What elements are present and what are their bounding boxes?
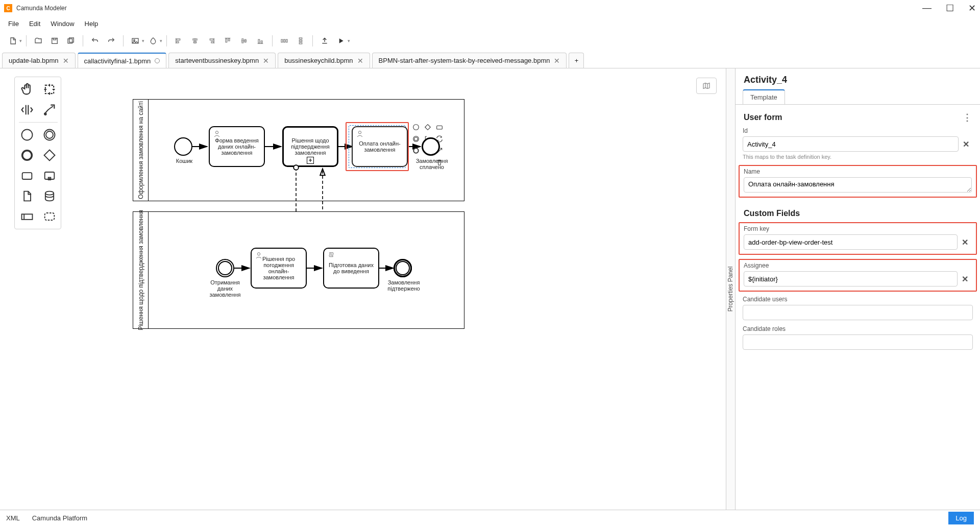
status-platform[interactable]: Camunda Platform: [32, 514, 87, 522]
window-title: Camunda Modeler: [16, 5, 67, 12]
canvas[interactable]: Оформлення замовлення на сайті Кошик Фор…: [0, 68, 726, 510]
svg-rect-28: [299, 40, 302, 42]
task-prepare-output[interactable]: Підготовка даних до виведення: [323, 248, 379, 289]
cp-task-icon[interactable]: [434, 122, 445, 132]
align-center-h-icon[interactable]: [187, 33, 203, 49]
color-caret-icon[interactable]: ▾: [160, 38, 162, 43]
close-icon[interactable]: ✕: [357, 57, 363, 65]
field-name: Name: [739, 165, 977, 198]
user-task-icon: [213, 130, 221, 138]
start-event-icon[interactable]: [17, 126, 37, 144]
save-all-icon[interactable]: [63, 33, 79, 49]
run-icon[interactable]: [333, 33, 349, 49]
tab-starteventbussineskey[interactable]: starteventbussineskey.bpmn✕: [168, 53, 276, 68]
svg-rect-57: [437, 126, 443, 129]
align-left-icon[interactable]: [171, 33, 186, 49]
candidate-roles-input[interactable]: [743, 334, 973, 350]
form-key-input[interactable]: [744, 234, 958, 250]
task-form-input[interactable]: Форма введення даних онлайн-замовлення: [209, 126, 265, 167]
group-icon[interactable]: [39, 207, 60, 226]
distribute-h-icon[interactable]: [277, 33, 292, 49]
tab-bussineskeychild[interactable]: bussineskeychild.bpmn✕: [278, 53, 370, 68]
task-decision-confirm[interactable]: Рішення щодо підтвердження замовлення +: [282, 126, 338, 167]
properties-panel: Activity_4 Template User form ⋮ Id ✕ Thi…: [735, 68, 980, 510]
cp-intermediate-icon[interactable]: [411, 134, 421, 144]
redo-icon[interactable]: [104, 33, 119, 49]
svg-point-44: [45, 192, 54, 195]
status-bar: XML Camunda Platform Log: [0, 510, 980, 526]
align-top-icon[interactable]: [220, 33, 235, 49]
field-candidate-users: Candidate users: [736, 296, 980, 325]
maximize-button[interactable]: ☐: [946, 3, 954, 14]
menu-edit[interactable]: Edit: [24, 18, 45, 30]
clear-icon[interactable]: ✕: [959, 139, 973, 149]
hand-tool-icon[interactable]: [17, 80, 37, 99]
global-connect-tool-icon[interactable]: [39, 101, 60, 119]
gateway-icon[interactable]: [39, 146, 60, 164]
pool-1[interactable]: Оформлення замовлення на сайті Кошик Фор…: [133, 99, 464, 201]
participant-icon[interactable]: [17, 207, 37, 226]
data-store-icon[interactable]: [39, 187, 60, 205]
close-button[interactable]: ✕: [968, 3, 976, 14]
cp-start-event-icon[interactable]: [411, 122, 421, 132]
more-icon[interactable]: ⋮: [963, 112, 972, 123]
data-object-icon[interactable]: [17, 187, 37, 205]
task-payment[interactable]: Оплата онлайн-замовлення: [352, 126, 408, 167]
close-icon[interactable]: ✕: [63, 57, 69, 65]
align-center-v-icon[interactable]: [236, 33, 252, 49]
minimize-button[interactable]: —: [922, 3, 932, 14]
new-file-caret-icon[interactable]: ▾: [19, 38, 22, 43]
pool-2[interactable]: Рішення щодо підтвердження замовлення От…: [133, 211, 464, 329]
close-icon[interactable]: ✕: [554, 57, 560, 65]
task-approval-decision[interactable]: Рішення про погодження онлайн-замовлення: [251, 248, 307, 289]
tab-update-lab[interactable]: update-lab.bpmn✕: [2, 53, 76, 68]
color-icon[interactable]: [145, 33, 161, 49]
space-tool-icon[interactable]: [17, 101, 37, 119]
close-icon[interactable]: ✕: [263, 57, 269, 65]
minimap-toggle[interactable]: [696, 78, 717, 94]
new-file-icon[interactable]: [5, 33, 20, 49]
end-event-2-label: Замовлення підтвержено: [383, 279, 424, 292]
cp-end-event-icon[interactable]: [411, 146, 421, 156]
id-input[interactable]: [743, 136, 959, 152]
subprocess-icon[interactable]: [39, 166, 60, 185]
svg-rect-24: [281, 39, 283, 42]
script-task-icon: [327, 251, 335, 259]
start-event-koshik[interactable]: [174, 137, 192, 156]
deploy-icon[interactable]: [317, 33, 332, 49]
assignee-input[interactable]: [744, 271, 958, 286]
clear-icon[interactable]: ✕: [958, 237, 972, 247]
candidate-users-input[interactable]: [743, 305, 973, 320]
add-tab-button[interactable]: +: [569, 53, 584, 68]
end-event-paid[interactable]: [422, 137, 440, 156]
field-candidate-roles: Candidate roles: [736, 325, 980, 355]
open-file-icon[interactable]: [31, 33, 46, 49]
distribute-v-icon[interactable]: [293, 33, 308, 49]
menu-file[interactable]: File: [3, 18, 24, 30]
intermediate-event-icon[interactable]: [39, 126, 60, 144]
status-xml[interactable]: XML: [6, 514, 20, 522]
log-button[interactable]: Log: [948, 512, 974, 524]
task-icon[interactable]: [17, 166, 37, 185]
tab-template[interactable]: Template: [743, 89, 785, 104]
run-caret-icon[interactable]: ▾: [348, 38, 350, 43]
align-bottom-icon[interactable]: [253, 33, 268, 49]
save-icon[interactable]: [47, 33, 62, 49]
name-input[interactable]: [744, 177, 972, 193]
menu-help[interactable]: Help: [80, 18, 104, 30]
end-event-icon[interactable]: [17, 146, 37, 164]
clear-icon[interactable]: ✕: [958, 274, 972, 284]
tab-bpmn-start-after[interactable]: BPMN-start-after-system-task-by-received…: [372, 53, 567, 68]
undo-icon[interactable]: [87, 33, 103, 49]
cp-gateway-icon[interactable]: [423, 122, 433, 132]
image-icon[interactable]: [128, 33, 143, 49]
tab-callactivityfinal[interactable]: callactivityfinal-1.bpmn: [78, 53, 167, 68]
svg-point-38: [22, 151, 32, 160]
properties-panel-toggle[interactable]: Properties Panel: [726, 68, 735, 510]
lasso-tool-icon[interactable]: [39, 80, 60, 99]
align-right-icon[interactable]: [204, 33, 219, 49]
start-event-receive[interactable]: [216, 259, 234, 277]
svg-rect-7: [177, 39, 180, 40]
image-caret-icon[interactable]: ▾: [142, 38, 144, 43]
menu-window[interactable]: Window: [45, 18, 79, 30]
